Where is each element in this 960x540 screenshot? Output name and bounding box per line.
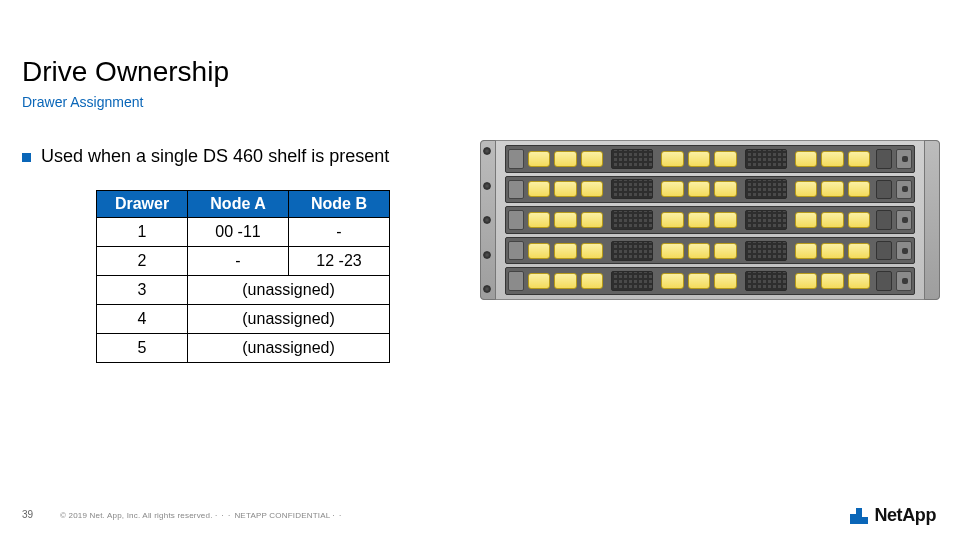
footer-copyright: © 2019 Net. App, Inc. All rights reserve… [60,511,213,520]
shelf-drawer [505,206,915,234]
netapp-logo-text: NetApp [874,505,936,526]
cell-node-b: 12 -23 [289,247,390,276]
vent-icon [745,241,787,261]
cell-unassigned: (unassigned) [188,334,390,363]
drawer-content [528,268,870,294]
drawer-latch-icon [876,180,892,200]
vent-icon [745,149,787,169]
vent-icon [611,241,653,261]
shelf-drawer [505,267,915,295]
rack-ear-right [927,147,937,293]
col-drawer: Drawer [97,191,188,218]
footer-text: © 2019 Net. App, Inc. All rights reserve… [60,511,342,520]
table-row: 5 (unassigned) [97,334,390,363]
drawer-latch-icon [876,241,892,261]
cell-drawer: 3 [97,276,188,305]
drawer-latch-icon [876,149,892,169]
drawer-handle-icon [896,149,912,169]
bullet-text: Used when a single DS 460 shelf is prese… [41,146,389,167]
ds460-shelf-illustration [480,140,940,300]
page-number: 39 [22,509,33,520]
footer-separator: · · [332,511,342,520]
vent-icon [611,210,653,230]
drawer-handle-icon [508,241,524,261]
vent-icon [611,271,653,291]
netapp-logo-icon [850,508,868,524]
drawer-content [528,146,870,172]
table-row: 2 - 12 -23 [97,247,390,276]
drawer-content [528,177,870,203]
drawer-latch-icon [876,271,892,291]
table-row: 4 (unassigned) [97,305,390,334]
slide: Drive Ownership Drawer Assignment Used w… [0,0,960,540]
col-node-a: Node A [188,191,289,218]
page-title: Drive Ownership [22,56,229,88]
table-header-row: Drawer Node A Node B [97,191,390,218]
vent-icon [745,271,787,291]
shelf-drawer [505,176,915,204]
drawer-handle-icon [508,210,524,230]
cell-drawer: 2 [97,247,188,276]
table-row: 1 00 -11 - [97,218,390,247]
vent-icon [745,179,787,199]
cell-node-b: - [289,218,390,247]
drawer-content [528,207,870,233]
vent-icon [611,149,653,169]
cell-drawer: 5 [97,334,188,363]
drawer-handle-icon [896,180,912,200]
drawer-content [528,238,870,264]
vent-icon [611,179,653,199]
cell-node-a: 00 -11 [188,218,289,247]
drawer-handle-icon [896,210,912,230]
drawer-handle-icon [508,180,524,200]
drawer-handle-icon [896,241,912,261]
rack-ear-left [483,147,493,293]
cell-drawer: 4 [97,305,188,334]
cell-unassigned: (unassigned) [188,305,390,334]
table-row: 3 (unassigned) [97,276,390,305]
col-node-b: Node B [289,191,390,218]
bullet-square-icon [22,153,31,162]
footer-confidential: NETAPP CONFIDENTIAL [234,511,330,520]
bullet-item: Used when a single DS 460 shelf is prese… [22,146,389,167]
netapp-logo: NetApp [850,505,936,526]
shelf-drawer [505,145,915,173]
cell-unassigned: (unassigned) [188,276,390,305]
shelf-drawer [505,237,915,265]
drawer-handle-icon [508,149,524,169]
vent-icon [745,210,787,230]
drawer-latch-icon [876,210,892,230]
page-subtitle: Drawer Assignment [22,94,143,110]
cell-drawer: 1 [97,218,188,247]
drawer-assignment-table: Drawer Node A Node B 1 00 -11 - 2 - 12 -… [96,190,390,363]
footer-separator: · · · [215,511,234,520]
cell-node-a: - [188,247,289,276]
drawer-handle-icon [508,271,524,291]
drawer-handle-icon [896,271,912,291]
